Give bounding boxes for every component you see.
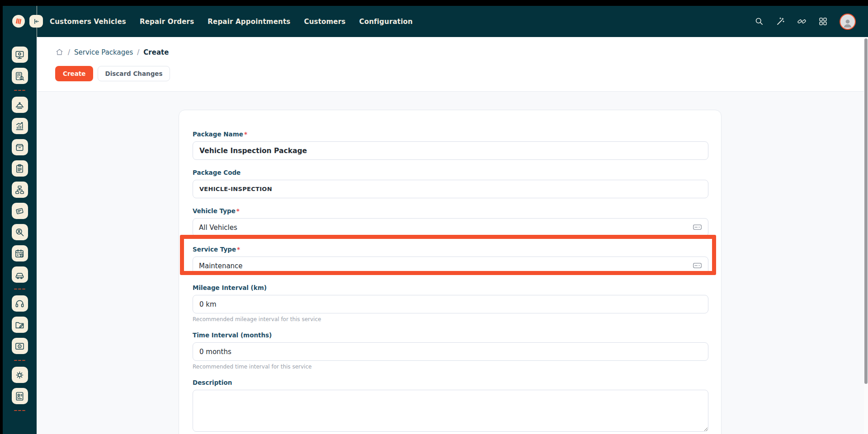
mileage-interval-input[interactable] [193, 295, 708, 313]
sidebar-collapse-button[interactable] [29, 15, 43, 28]
sidebar-item-orders[interactable] [12, 160, 28, 177]
camera-box-icon [14, 341, 25, 351]
vehicle-type-select[interactable]: All Vehicles [193, 218, 708, 237]
mileage-interval-label: Mileage Interval (km) [193, 284, 708, 291]
app-logo[interactable] [12, 15, 25, 28]
breadcrumb-service-packages[interactable]: Service Packages [74, 48, 133, 56]
description-textarea[interactable] [193, 390, 708, 432]
breadcrumb-separator: / [68, 48, 70, 56]
sidebar-item-support[interactable] [12, 295, 28, 312]
service-type-value: Maintenance [199, 262, 243, 270]
select-indicator-icon [693, 224, 702, 230]
card-reader-icon [14, 206, 25, 216]
breadcrumb-current-create: Create [143, 48, 169, 56]
time-interval-input[interactable] [193, 342, 708, 361]
sidebar-item-payments[interactable] [12, 203, 28, 219]
service-type-label: Service Type* [193, 246, 708, 253]
gear-icon [14, 370, 25, 380]
clipboard-icon [14, 163, 25, 174]
package-name-input[interactable] [193, 141, 708, 160]
nav-repair-appointments[interactable]: Repair Appointments [208, 18, 290, 26]
mileage-interval-helper: Recommended mileage interval for this se… [193, 316, 708, 322]
sidebar-section-divider [14, 89, 25, 92]
mileage-interval-field: Mileage Interval (km) Recommended mileag… [193, 284, 708, 322]
home-icon[interactable] [55, 48, 64, 56]
vehicle-type-value: All Vehicles [199, 224, 237, 232]
calculator-search-icon [14, 71, 25, 81]
top-navigation-bar: Customers Vehicles Repair Orders Repair … [3, 6, 868, 37]
breadcrumb: / Service Packages / Create [55, 48, 169, 56]
page-header: / Service Packages / Create Create Disca… [37, 37, 868, 92]
sidebar-item-profile[interactable] [12, 388, 28, 404]
main-content: Package Name* Package Code Vehicle Type*… [37, 92, 864, 434]
time-interval-field: Time Interval (months) Recommended time … [193, 331, 708, 370]
breadcrumb-separator: / [137, 48, 139, 56]
link-icon[interactable] [797, 17, 807, 26]
customer-search-icon [14, 227, 25, 238]
sidebar-item-pos-terminal[interactable] [12, 47, 28, 63]
magic-wand-icon[interactable] [776, 17, 785, 26]
package-code-field: Package Code [193, 169, 708, 198]
package-code-label: Package Code [193, 169, 708, 176]
user-avatar[interactable] [840, 14, 856, 30]
car-icon [14, 270, 25, 280]
calendar-clock-icon [14, 248, 25, 259]
sales-chart-icon [14, 121, 25, 131]
nav-customers[interactable]: Customers [304, 18, 345, 26]
sidebar-item-vehicles[interactable] [12, 266, 28, 283]
sidebar-item-packages[interactable] [12, 139, 28, 155]
time-interval-helper: Recommended time interval for this servi… [193, 364, 708, 370]
service-type-select[interactable]: Maintenance [193, 257, 708, 275]
search-icon[interactable] [755, 17, 764, 26]
action-buttons: Create Discard Changes [55, 66, 170, 81]
sidebar-divider-line [37, 6, 37, 37]
package-code-input[interactable] [193, 180, 708, 198]
package-name-label: Package Name* [193, 131, 708, 138]
sidebar-section-divider [14, 409, 25, 412]
service-cloche-icon [14, 100, 25, 110]
service-package-form-card: Package Name* Package Code Vehicle Type*… [179, 110, 722, 434]
icon-sidebar [3, 37, 37, 434]
vehicle-type-field: Vehicle Type* All Vehicles [193, 207, 708, 237]
description-field: Description [193, 379, 708, 434]
time-interval-label: Time Interval (months) [193, 331, 708, 339]
sidebar-item-appointments[interactable] [12, 245, 28, 261]
pos-terminal-icon [14, 50, 25, 60]
sidebar-section-divider [14, 288, 25, 290]
create-button[interactable]: Create [55, 66, 93, 81]
sidebar-item-reports[interactable] [12, 118, 28, 134]
nav-configuration[interactable]: Configuration [359, 18, 413, 26]
topbar-actions [755, 6, 856, 37]
apps-grid-icon[interactable] [818, 17, 828, 26]
page-scrollbar-thumb[interactable] [864, 38, 868, 384]
select-indicator-icon [693, 263, 702, 269]
folder-edit-icon [14, 320, 25, 330]
headset-icon [14, 299, 25, 309]
sidebar-section-divider [14, 359, 25, 362]
discard-changes-button[interactable]: Discard Changes [98, 66, 170, 81]
vehicle-type-label: Vehicle Type* [193, 207, 708, 215]
description-label: Description [193, 379, 708, 386]
person-icon [842, 17, 854, 29]
package-name-field: Package Name* [193, 131, 708, 160]
sidebar-item-services[interactable] [12, 97, 28, 113]
main-nav: Customers Vehicles Repair Orders Repair … [50, 6, 413, 37]
sidebar-item-calculator[interactable] [12, 68, 28, 84]
sidebar-item-settings[interactable] [12, 367, 28, 383]
sidebar-item-documents[interactable] [12, 317, 28, 333]
package-box-icon [14, 142, 25, 153]
page-scrollbar-track[interactable] [864, 37, 868, 434]
collapse-arrow-icon [32, 17, 41, 26]
id-card-icon [14, 391, 25, 401]
sidebar-item-camera[interactable] [12, 338, 28, 354]
nav-customers-vehicles[interactable]: Customers Vehicles [50, 18, 126, 26]
org-tree-icon [14, 185, 25, 195]
sidebar-item-customer-search[interactable] [12, 224, 28, 240]
sidebar-item-hierarchy[interactable] [12, 182, 28, 198]
nav-repair-orders[interactable]: Repair Orders [140, 18, 194, 26]
logo-mark-icon [13, 16, 24, 27]
service-type-field: Service Type* Maintenance [193, 246, 708, 275]
